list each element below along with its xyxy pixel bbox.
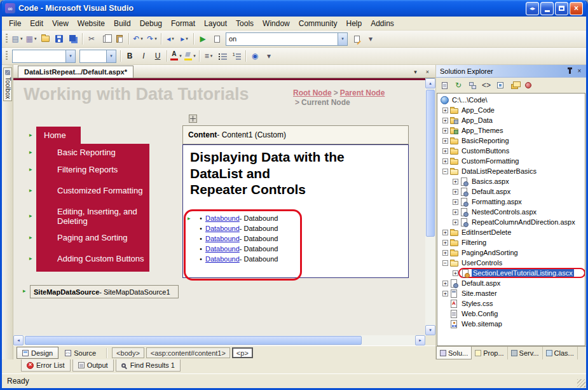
hyperlink-button[interactable]: ◉ — [248, 49, 262, 63]
close-panel-button[interactable]: × — [575, 66, 584, 76]
start-debugging-button[interactable]: ▶ — [196, 32, 210, 46]
vertical-scroll-track[interactable] — [425, 88, 435, 325]
target-rule-combo[interactable]: ▾ — [12, 50, 76, 63]
expand-icon[interactable]: + — [442, 158, 448, 164]
numbering-button[interactable] — [229, 49, 243, 63]
horizontal-scroll-thumb[interactable] — [25, 336, 362, 345]
tree-item[interactable]: C:\...\Code\ — [437, 95, 585, 105]
view-code-button[interactable]: <> — [480, 80, 493, 92]
refresh-button[interactable]: ↻ — [452, 80, 465, 92]
expand-icon[interactable]: + — [442, 138, 448, 144]
designer-glyph-icon[interactable]: ▸ — [188, 215, 191, 221]
expand-icon[interactable]: + — [442, 118, 448, 123]
tree-item[interactable]: Web.Config — [437, 309, 585, 319]
tree-item[interactable]: +Site.master — [437, 288, 585, 298]
output-tab[interactable]: Output — [72, 359, 114, 372]
menu-debug[interactable]: Debug — [135, 17, 167, 30]
nav-item-editing-inserting-and-deleting[interactable]: ▸Editing, Inserting, and Deleting — [36, 204, 149, 229]
scroll-left-button[interactable]: ◂ — [13, 335, 24, 345]
menu-view[interactable]: View — [48, 17, 73, 30]
menu-tools[interactable]: Tools — [231, 17, 258, 30]
tree-item[interactable]: +Filtering — [437, 237, 585, 247]
tree-item[interactable]: −UserControls — [437, 258, 585, 268]
copy-website-button[interactable] — [508, 80, 521, 92]
solution-explorer-titlebar[interactable]: Solution Explorer × — [436, 65, 586, 78]
tree-item[interactable]: +EditInsertDelete — [437, 227, 585, 237]
collapse-icon[interactable]: − — [442, 260, 448, 266]
undo-button[interactable]: ↶▾ — [131, 32, 145, 46]
alignment-button[interactable]: ≡▾ — [202, 49, 215, 63]
tree-item[interactable]: +App_Themes — [437, 125, 585, 136]
redo-button[interactable]: ↷▾ — [145, 32, 159, 46]
error-list-tab[interactable]: Error List — [21, 359, 71, 372]
tree-item[interactable]: −DataListRepeaterBasics — [437, 166, 585, 176]
databound-link[interactable]: Databound — [205, 245, 240, 253]
bold-button[interactable]: B — [123, 49, 137, 63]
tag-asp-content-content1[interactable]: <asp:content#content1> — [146, 347, 230, 358]
breadcrumb-root-link[interactable]: Root Node — [293, 88, 332, 97]
tag-p[interactable]: <p> — [232, 347, 253, 358]
auto-hide-pin-button[interactable] — [565, 66, 575, 76]
view-designer-button[interactable] — [494, 80, 507, 92]
chevron-down-icon[interactable]: ▾ — [65, 50, 75, 62]
font-size-combo[interactable]: ▾ — [79, 50, 116, 63]
style-application-button[interactable] — [350, 32, 364, 46]
expand-icon[interactable]: + — [442, 108, 448, 113]
collapse-icon[interactable]: − — [442, 169, 448, 174]
horizontal-scroll-track[interactable] — [24, 335, 415, 345]
bullets-button[interactable] — [215, 49, 229, 63]
underline-button[interactable]: U — [151, 49, 165, 63]
properties-tab[interactable]: Prop... — [472, 347, 507, 359]
copy-button[interactable] — [99, 32, 113, 46]
tree-item[interactable]: +CustomButtons — [437, 146, 585, 156]
designer-glyph-icon[interactable]: ▸ — [29, 166, 32, 173]
designer-glyph-icon[interactable]: ▸ — [29, 187, 32, 194]
tree-item[interactable]: +Formatting.aspx — [437, 197, 585, 207]
databound-link[interactable]: Databound — [205, 225, 240, 232]
expand-icon[interactable]: + — [453, 189, 458, 195]
nav-item-customized-formatting[interactable]: ▸Customized Formatting — [36, 178, 149, 204]
expand-icon[interactable]: + — [442, 281, 448, 286]
save-all-button[interactable] — [66, 32, 80, 46]
minimize-button[interactable] — [540, 2, 554, 15]
tree-item[interactable]: Styles.css — [437, 298, 585, 309]
toolbar-options-button[interactable]: ▾ — [364, 32, 378, 46]
expand-icon[interactable]: + — [453, 219, 458, 225]
content-placeholder-header[interactable]: Content - Content1 (Custom) — [182, 125, 409, 144]
nav-item-basic-reporting[interactable]: ▸Basic Reporting — [36, 144, 149, 161]
nav-item-adding-custom-buttons[interactable]: ▸Adding Custom Buttons — [36, 246, 149, 272]
chevron-down-icon[interactable]: ▾ — [338, 33, 347, 45]
nest-related-files-button[interactable] — [466, 80, 479, 92]
aspnet-configuration-button[interactable] — [522, 80, 535, 92]
scroll-up-button[interactable]: ▴ — [425, 78, 435, 88]
toolbar-combo[interactable]: on▾ — [226, 32, 348, 46]
title-bar[interactable]: ∞ Code - Microsoft Visual Studio ◂▸ × — [2, 0, 586, 17]
tree-item[interactable]: +BasicReporting — [437, 136, 585, 146]
expand-icon[interactable]: + — [453, 179, 458, 185]
save-button[interactable] — [52, 32, 66, 46]
document-tab[interactable]: DataListRepeat.../Default.aspx* — [18, 66, 133, 78]
tag-body[interactable]: <body> — [112, 347, 144, 358]
tree-item[interactable]: +Basics.aspx — [437, 176, 585, 186]
expand-icon[interactable]: + — [442, 250, 448, 256]
designer-glyph-icon[interactable]: ▸ — [29, 149, 32, 156]
toolbar-grip[interactable] — [6, 51, 8, 61]
move-handle-icon[interactable] — [189, 115, 197, 123]
expand-icon[interactable]: + — [442, 230, 448, 235]
nav-item-paging-and-sorting[interactable]: ▸Paging and Sorting — [36, 229, 149, 246]
breadcrumb-parent-link[interactable]: Parent Node — [340, 88, 385, 97]
designer-glyph-icon[interactable]: ▸ — [23, 288, 26, 294]
expand-icon[interactable]: + — [442, 128, 448, 134]
maximize-button[interactable] — [555, 2, 568, 15]
solution-explorer-tab[interactable]: Solu... — [436, 347, 472, 359]
design-view-tab[interactable]: Design — [17, 347, 58, 359]
designer-glyph-icon[interactable]: ▸ — [29, 255, 32, 262]
tree-item[interactable]: Web.sitemap — [437, 319, 585, 329]
toolbar-grip[interactable] — [6, 34, 8, 44]
menu-community[interactable]: Community — [294, 17, 342, 30]
server-explorer-tab[interactable]: Serv... — [508, 347, 543, 359]
tree-item[interactable]: +SectionLevelTutorialListing.ascx — [437, 268, 585, 278]
active-files-dropdown-button[interactable]: ▾ — [411, 67, 420, 76]
menu-help[interactable]: Help — [341, 17, 366, 30]
tree-item[interactable]: +App_Data — [437, 115, 585, 125]
